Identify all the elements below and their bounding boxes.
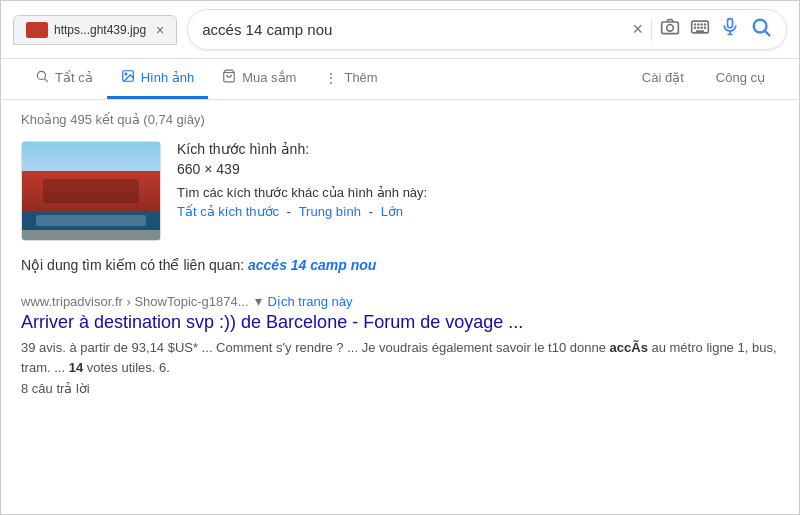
related-query-link[interactable]: accés 14 camp nou [248,257,376,273]
svg-rect-12 [728,19,733,28]
header: https...ght439.jpg × × [1,1,799,59]
svg-point-20 [125,73,127,75]
img-banner [22,211,160,231]
more-nav-icon: ⋮ [324,70,338,86]
result-info: Kích thước hình ảnh: 660 × 439 Tìm các k… [177,141,779,241]
related-search: Nội dung tìm kiếm có thể liên quan: accé… [21,257,779,273]
svg-line-18 [45,79,48,82]
image-result-block: Kích thước hình ảnh: 660 × 439 Tìm các k… [21,141,779,241]
size-links: Tất cả kích thước - Trung bình - Lớn [177,204,779,219]
nav-item-all[interactable]: Tất cả [21,59,107,99]
related-query-text: accés 14 camp nou [248,257,376,273]
search-nav-icon [35,69,49,86]
nav-label-settings: Cài đặt [642,70,684,85]
translate-link[interactable]: Dịch trang này [268,294,353,309]
nav-label-more: Thêm [344,70,377,85]
result-stats: Khoảng 495 kết quả (0,74 giây) [21,112,779,127]
link-sep-2: - [369,204,377,219]
svg-point-17 [37,71,45,79]
all-sizes-link[interactable]: Tất cả kích thước [177,204,279,219]
search-input[interactable] [202,21,624,38]
tab-close-button[interactable]: × [156,22,164,38]
img-stadium [22,171,160,210]
result-thumbnail[interactable] [21,141,161,241]
img-ground [22,230,160,240]
svg-point-15 [754,20,767,33]
url-dropdown-icon[interactable]: ▾ [255,293,262,309]
tab-favicon [26,22,48,38]
search-clear-button[interactable]: × [632,19,643,40]
nav-bar: Tất cả Hình ảnh Mua sắm ⋮ Thêm Cài đặt [1,59,799,100]
nav-label-all: Tất cả [55,70,93,85]
shopping-nav-icon [222,69,236,86]
nav-label-shopping: Mua sắm [242,70,296,85]
image-dimensions: 660 × 439 [177,161,779,177]
search-bar: × [187,9,787,50]
nav-item-images[interactable]: Hình ảnh [107,59,209,99]
web-result-snippet: 39 avis. à partir de 93,14 $US* ... Comm… [21,338,779,377]
divider [651,19,652,41]
nav-tools[interactable]: Công cụ [702,60,779,98]
nav-item-more[interactable]: ⋮ Thêm [310,60,391,99]
tab-title: https...ght439.jpg [54,23,146,37]
link-sep-1: - [287,204,295,219]
web-result-url-text: www.tripadvisor.fr › ShowTopic-g1874... [21,294,249,309]
web-result-url-line: www.tripadvisor.fr › ShowTopic-g1874... … [21,293,779,309]
browser-tab[interactable]: https...ght439.jpg × [13,15,177,45]
image-size-label: Kích thước hình ảnh: [177,141,779,157]
search-action-icons [660,16,772,43]
img-sky [22,142,160,171]
related-prefix: Nội dung tìm kiếm có thể liên quan: [21,257,244,273]
nav-label-tools: Công cụ [716,70,765,85]
svg-point-1 [667,25,674,32]
nav-item-shopping[interactable]: Mua sắm [208,59,310,99]
main-content: Khoảng 495 kết quả (0,74 giây) Kích thướ… [1,100,799,418]
camera-icon[interactable] [660,17,680,42]
web-result-meta: 8 câu trả lời [21,381,779,396]
find-sizes-label: Tìm các kích thước khác của hình ảnh này… [177,185,779,200]
web-result-title[interactable]: Arriver à destination svp :)) de Barcelo… [21,311,779,334]
keyboard-icon[interactable] [690,17,710,42]
mic-icon[interactable] [720,17,740,42]
svg-line-16 [765,31,770,36]
nav-right-items: Cài đặt Công cụ [628,60,779,98]
large-size-link[interactable]: Lớn [381,204,403,219]
web-result: www.tripadvisor.fr › ShowTopic-g1874... … [21,293,779,396]
images-nav-icon [121,69,135,86]
nav-label-images: Hình ảnh [141,70,195,85]
nav-settings[interactable]: Cài đặt [628,60,698,98]
medium-size-link[interactable]: Trung bình [299,204,361,219]
search-submit-icon[interactable] [750,16,772,43]
